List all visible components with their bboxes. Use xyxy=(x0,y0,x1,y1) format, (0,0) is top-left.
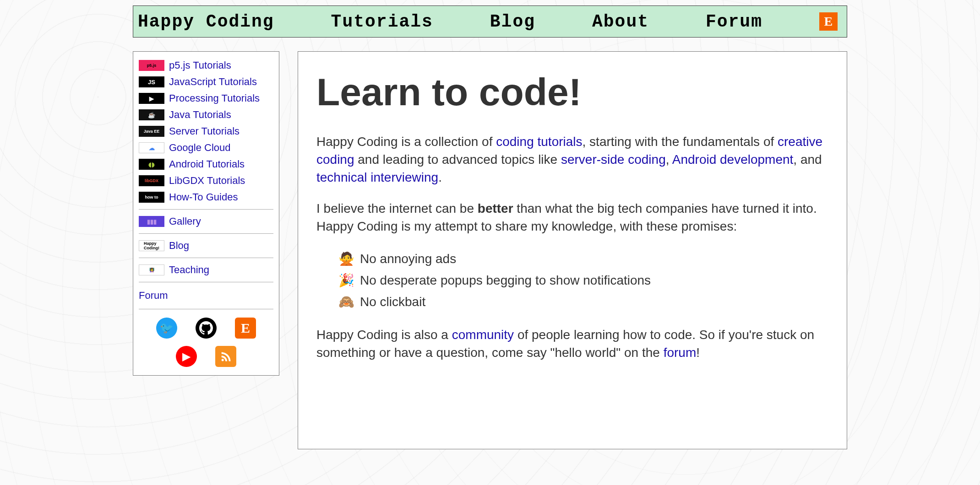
inline-link[interactable]: Android development xyxy=(672,152,794,167)
github-icon[interactable] xyxy=(196,318,217,339)
promise-emoji-icon: 🙈 xyxy=(338,295,354,309)
promise-emoji-icon: 🙅 xyxy=(338,252,354,266)
android-tutorials-icon: ◖◗ xyxy=(139,159,164,170)
social-icons: 🐦E▶ xyxy=(139,313,273,367)
promise-text: No annoying ads xyxy=(360,252,456,266)
promise-text: No desperate popups begging to show noti… xyxy=(360,273,651,287)
sidebar-item-server-tutorials[interactable]: Java EEServer Tutorials xyxy=(139,123,273,140)
sidebar-item-p5-js-tutorials[interactable]: p5.jsp5.js Tutorials xyxy=(139,57,273,74)
twitter-icon[interactable]: 🐦 xyxy=(156,318,177,339)
javascript-tutorials-icon: JS xyxy=(139,76,164,87)
youtube-icon[interactable]: ▶ xyxy=(176,346,197,367)
p5-js-tutorials-icon: p5.js xyxy=(139,60,164,71)
top-nav: Happy Coding Tutorials Blog About Forum … xyxy=(133,5,847,38)
promises-intro: I believe the internet can be better tha… xyxy=(316,199,828,235)
rss-icon[interactable] xyxy=(215,346,236,367)
page-title: Learn to code! xyxy=(316,70,828,114)
sidebar-item-label: LibGDX Tutorials xyxy=(169,175,245,187)
processing-tutorials-icon: ▶ xyxy=(139,93,164,104)
sidebar-item-label: Teaching xyxy=(169,264,209,276)
sidebar-item-google-cloud[interactable]: ☁Google Cloud xyxy=(139,140,273,156)
sidebar-item-teaching[interactable]: 👩‍🏫Teaching xyxy=(139,262,273,278)
sidebar-item-libgdx-tutorials[interactable]: libGDXLibGDX Tutorials xyxy=(139,172,273,189)
sidebar-item-label: JavaScript Tutorials xyxy=(169,76,257,88)
teaching-icon: 👩‍🏫 xyxy=(139,264,164,275)
sidebar-item-label: Android Tutorials xyxy=(169,158,245,170)
how-to-guides-icon: how to xyxy=(139,192,164,203)
sidebar-item-how-to-guides[interactable]: how toHow-To Guides xyxy=(139,189,273,205)
sidebar-item-label: Blog xyxy=(169,240,189,252)
sidebar-item-label: Server Tutorials xyxy=(169,125,240,137)
nav-tutorials[interactable]: Tutorials xyxy=(331,12,433,32)
sidebar-item-java-tutorials[interactable]: ☕Java Tutorials xyxy=(139,107,273,123)
gallery-icon: ▮▮▮ xyxy=(139,216,164,227)
sidebar-item-label: Java Tutorials xyxy=(169,109,231,121)
sidebar-item-android-tutorials[interactable]: ◖◗Android Tutorials xyxy=(139,156,273,172)
sidebar-item-label: Processing Tutorials xyxy=(169,92,260,104)
sidebar-item-label: Google Cloud xyxy=(169,142,231,154)
promise-item: 🙅No annoying ads xyxy=(338,248,828,269)
sidebar-item-label: How-To Guides xyxy=(169,191,238,203)
promise-item: 🙈No clickbait xyxy=(338,291,828,313)
intro-paragraph: Happy Coding is a collection of coding t… xyxy=(316,133,828,187)
community-paragraph: Happy Coding is also a community of peop… xyxy=(316,326,828,361)
nav-forum[interactable]: Forum xyxy=(706,12,762,32)
java-tutorials-icon: ☕ xyxy=(139,109,164,120)
blog-icon: Happy Coding! xyxy=(139,240,164,251)
sidebar-item-label: p5.js Tutorials xyxy=(169,59,231,71)
inline-link[interactable]: coding tutorials xyxy=(496,135,582,149)
promise-emoji-icon: 🎉 xyxy=(338,273,354,287)
sidebar-item-label: Gallery xyxy=(169,216,201,227)
nav-about[interactable]: About xyxy=(592,12,649,32)
sidebar-forum-link[interactable]: Forum xyxy=(139,286,273,305)
sidebar-item-processing-tutorials[interactable]: ▶Processing Tutorials xyxy=(139,90,273,107)
sidebar-item-gallery[interactable]: ▮▮▮Gallery xyxy=(139,213,273,230)
inline-link[interactable]: technical interviewing xyxy=(316,170,438,184)
inline-link[interactable]: forum xyxy=(664,345,697,360)
google-cloud-icon: ☁ xyxy=(139,142,164,153)
etsy-icon[interactable]: E xyxy=(819,12,838,31)
sidebar: p5.jsp5.js TutorialsJSJavaScript Tutoria… xyxy=(133,51,279,376)
inline-link[interactable]: server-side coding xyxy=(561,152,666,167)
sidebar-item-blog[interactable]: Happy Coding!Blog xyxy=(139,237,273,254)
libgdx-tutorials-icon: libGDX xyxy=(139,175,164,186)
inline-link[interactable]: community xyxy=(452,328,514,342)
sidebar-item-javascript-tutorials[interactable]: JSJavaScript Tutorials xyxy=(139,74,273,90)
nav-blog[interactable]: Blog xyxy=(490,12,535,32)
promise-item: 🎉No desperate popups begging to show not… xyxy=(338,269,828,291)
server-tutorials-icon: Java EE xyxy=(139,126,164,137)
nav-brand[interactable]: Happy Coding xyxy=(138,12,274,32)
promise-text: No clickbait xyxy=(360,295,425,309)
main-content: Learn to code! Happy Coding is a collect… xyxy=(298,51,847,449)
promise-list: 🙅No annoying ads🎉No desperate popups beg… xyxy=(316,248,828,313)
etsy-icon[interactable]: E xyxy=(235,318,256,339)
